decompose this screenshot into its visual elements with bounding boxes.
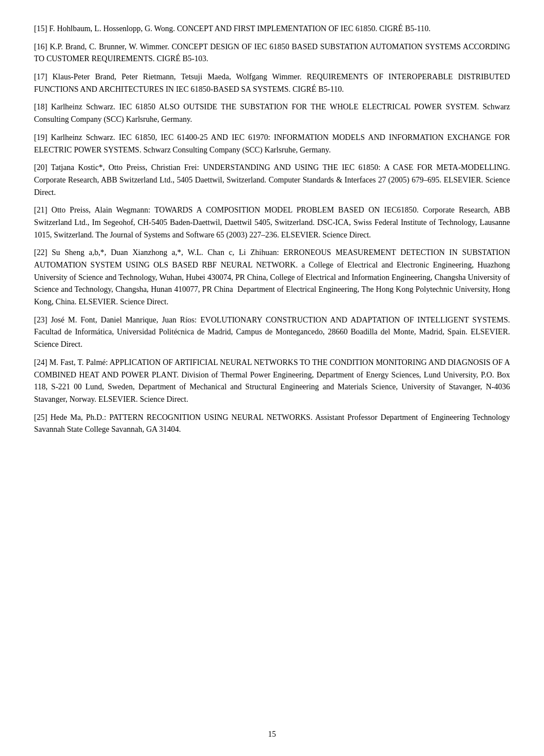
ref-21-number: [21] (34, 206, 47, 214)
ref-22-text: Su Sheng a,b,*, Duan Xianzhong a,*, W.L.… (34, 248, 510, 306)
ref-16-text: K.P. Brand, C. Brunner, W. Wimmer. CONCE… (34, 43, 510, 63)
ref-20-number: [20] (34, 163, 47, 172)
ref-25: [25] Hede Ma, Ph.D.: PATTERN RECOGNITION… (34, 411, 510, 436)
ref-17: [17] Klaus-Peter Brand, Peter Rietmann, … (34, 71, 510, 95)
page-number: 15 (268, 730, 276, 739)
ref-15: [15] F. Hohlbaum, L. Hossenlopp, G. Wong… (34, 23, 510, 35)
ref-22-number: [22] (34, 248, 47, 257)
ref-22: [22] Su Sheng a,b,*, Duan Xianzhong a,*,… (34, 247, 510, 308)
ref-16: [16] K.P. Brand, C. Brunner, W. Wimmer. … (34, 41, 510, 65)
ref-24-number: [24] (34, 358, 47, 367)
ref-23: [23] José M. Font, Daniel Manrique, Juan… (34, 314, 510, 351)
ref-20: [20] Tatjana Kostic*, Otto Preiss, Chris… (34, 162, 510, 198)
ref-17-text: Klaus-Peter Brand, Peter Rietmann, Tetsu… (34, 73, 510, 94)
page: [15] F. Hohlbaum, L. Hossenlopp, G. Wong… (0, 0, 544, 756)
ref-23-text: José M. Font, Daniel Manrique, Juan Ríos… (34, 316, 510, 349)
ref-21-text: Otto Preiss, Alain Wegmann: TOWARDS A CO… (34, 206, 510, 239)
ref-18: [18] Karlheinz Schwarz. IEC 61850 ALSO O… (34, 101, 510, 125)
ref-25-number: [25] (34, 413, 47, 422)
ref-23-number: [23] (34, 316, 47, 324)
ref-18-number: [18] (34, 103, 47, 111)
ref-20-text: Tatjana Kostic*, Otto Preiss, Christian … (34, 163, 510, 196)
ref-16-number: [16] (34, 43, 47, 51)
ref-19: [19] Karlheinz Schwarz. IEC 61850, IEC 6… (34, 131, 510, 156)
ref-25-text: Hede Ma, Ph.D.: PATTERN RECOGNITION USIN… (34, 413, 510, 434)
ref-15-number: [15] (34, 24, 47, 33)
ref-17-number: [17] (34, 73, 47, 81)
ref-18-text: Karlheinz Schwarz. IEC 61850 ALSO OUTSID… (34, 103, 510, 124)
ref-24-text: M. Fast, T. Palmé: APPLICATION OF ARTIFI… (34, 358, 510, 404)
ref-19-number: [19] (34, 133, 47, 142)
ref-15-text: F. Hohlbaum, L. Hossenlopp, G. Wong. CON… (49, 24, 431, 33)
ref-24: [24] M. Fast, T. Palmé: APPLICATION OF A… (34, 356, 510, 406)
ref-21: [21] Otto Preiss, Alain Wegmann: TOWARDS… (34, 204, 510, 241)
ref-19-text: Karlheinz Schwarz. IEC 61850, IEC 61400-… (34, 133, 510, 154)
